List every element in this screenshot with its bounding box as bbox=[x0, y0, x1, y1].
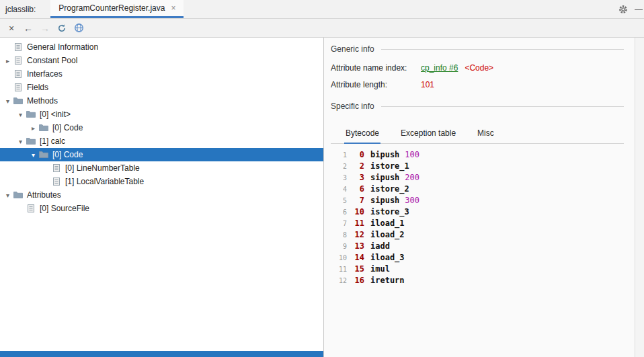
open-in-browser-button[interactable] bbox=[71, 21, 86, 36]
refresh-button[interactable] bbox=[54, 21, 69, 36]
tree-item[interactable]: [1] LocalVariableTable bbox=[0, 175, 323, 188]
toolbar: × ← → bbox=[0, 19, 644, 38]
tab-program-counter-register[interactable]: ProgramCounterRegister.java × bbox=[50, 0, 184, 18]
bytecode-offset: 11 bbox=[347, 218, 364, 229]
bytecode-mnemonic: istore_2 bbox=[370, 184, 409, 195]
tree-item-label: [0] Code bbox=[52, 150, 87, 159]
folder-icon bbox=[26, 109, 36, 120]
tree-item-label: Methods bbox=[27, 96, 62, 106]
tree-item[interactable]: [0] LineNumberTable bbox=[0, 161, 323, 175]
tab-bar-right: — bbox=[618, 0, 644, 18]
bytecode-offset: 16 bbox=[347, 275, 364, 286]
close-button[interactable]: × bbox=[4, 21, 19, 36]
bytecode-mnemonic: sipush bbox=[370, 172, 399, 184]
bytecode-row[interactable]: 1014iload_3 bbox=[331, 252, 624, 264]
tree-item[interactable]: Fields bbox=[0, 81, 323, 94]
tree-item[interactable]: ▾Methods bbox=[0, 94, 323, 108]
tree-item-label: Interfaces bbox=[27, 69, 67, 79]
bytecode-row[interactable]: 1115imul bbox=[331, 264, 624, 275]
back-button[interactable]: ← bbox=[21, 21, 36, 36]
tab-bytecode[interactable]: Bytecode bbox=[344, 126, 380, 144]
bytecode-row[interactable]: 812iload_2 bbox=[331, 229, 624, 241]
chevron-down-icon[interactable]: ▾ bbox=[15, 138, 26, 145]
bytecode-line-number: 12 bbox=[331, 275, 347, 286]
bytecode-mnemonic: istore_1 bbox=[370, 161, 409, 172]
node-icon bbox=[51, 176, 62, 187]
chevron-down-icon[interactable]: ▾ bbox=[15, 111, 26, 118]
attribute-name-index-row: Attribute name index: cp_info #6 <Code> bbox=[331, 63, 624, 73]
tree-item[interactable]: ▸[0] Code bbox=[0, 121, 323, 134]
bytecode-line-number: 7 bbox=[331, 218, 347, 229]
folder-icon bbox=[38, 149, 49, 160]
folder-icon bbox=[26, 136, 36, 147]
horizontal-scrollbar[interactable] bbox=[0, 351, 323, 357]
chevron-down-icon[interactable]: ▾ bbox=[3, 97, 13, 105]
node-icon bbox=[13, 82, 24, 93]
tree-item[interactable]: ▸Constant Pool bbox=[0, 54, 323, 67]
bytecode-offset: 10 bbox=[347, 206, 364, 218]
detail-panel: Generic info Attribute name index: cp_in… bbox=[324, 38, 644, 357]
tree-item[interactable]: ▾[0] Code bbox=[0, 148, 323, 161]
bytecode-offset: 12 bbox=[347, 229, 364, 241]
bytecode-line-number: 9 bbox=[331, 241, 347, 252]
bytecode-line-number: 4 bbox=[331, 184, 347, 195]
tree-item[interactable]: General Information bbox=[0, 40, 323, 54]
bytecode-mnemonic: imul bbox=[370, 264, 390, 275]
forward-button[interactable]: → bbox=[38, 21, 52, 36]
bytecode-row[interactable]: 711iload_1 bbox=[331, 218, 624, 229]
tab-misc[interactable]: Misc bbox=[476, 126, 495, 143]
bytecode-mnemonic: iadd bbox=[370, 241, 390, 252]
bytecode-line-number: 6 bbox=[331, 206, 347, 218]
bytecode-row[interactable]: 46istore_2 bbox=[331, 184, 624, 195]
attribute-length-row: Attribute length: 101 bbox=[331, 80, 624, 89]
generic-info-title: Generic info bbox=[331, 44, 374, 54]
chevron-down-icon[interactable]: ▾ bbox=[3, 192, 13, 199]
tree-item-label: Fields bbox=[27, 83, 52, 92]
tree-item-label: Constant Pool bbox=[27, 56, 81, 65]
bytecode-row[interactable]: 913iadd bbox=[331, 241, 624, 252]
gear-icon[interactable] bbox=[618, 5, 628, 14]
node-icon bbox=[13, 69, 24, 79]
bytecode-line-number: 10 bbox=[331, 252, 347, 264]
bytecode-offset: 6 bbox=[347, 184, 364, 195]
bytecode-row[interactable]: 33sipush200 bbox=[331, 172, 624, 184]
folder-icon bbox=[13, 190, 24, 200]
structure-panel: General Information▸Constant PoolInterfa… bbox=[0, 38, 323, 357]
chevron-down-icon[interactable]: ▾ bbox=[28, 151, 38, 159]
bytecode-offset: 2 bbox=[347, 161, 364, 172]
bytecode-mnemonic: bipush bbox=[370, 149, 399, 161]
tree-item[interactable]: ▾Attributes bbox=[0, 188, 323, 202]
bytecode-offset: 7 bbox=[347, 195, 364, 206]
node-icon bbox=[13, 42, 24, 52]
tab-close-icon[interactable]: × bbox=[171, 4, 175, 12]
bytecode-mnemonic: iload_2 bbox=[370, 229, 405, 241]
specific-info-header: Specific info bbox=[331, 102, 624, 111]
tree-item-label: [1] calc bbox=[40, 136, 69, 146]
bytecode-row[interactable]: 1216ireturn bbox=[331, 275, 624, 286]
tree-item[interactable]: Interfaces bbox=[0, 67, 323, 81]
tree-item[interactable]: ▾[1] calc bbox=[0, 134, 323, 148]
folder-icon bbox=[38, 122, 49, 133]
bytecode-row[interactable]: 22istore_1 bbox=[331, 161, 624, 172]
bytecode-offset: 15 bbox=[347, 264, 364, 275]
chevron-right-icon[interactable]: ▸ bbox=[3, 57, 13, 65]
attribute-length-value: 101 bbox=[421, 80, 434, 89]
bytecode-row[interactable]: 610istore_3 bbox=[331, 206, 624, 218]
bytecode-row[interactable]: 10bipush100 bbox=[331, 149, 624, 161]
tree-item[interactable]: ▾[0] <init> bbox=[0, 108, 323, 121]
bytecode-operand: 100 bbox=[405, 149, 419, 161]
tree-item-label: [1] LocalVariableTable bbox=[65, 177, 148, 186]
generic-info-header: Generic info bbox=[331, 44, 624, 54]
tree-item-label: Attributes bbox=[27, 190, 65, 200]
tab-exception-table[interactable]: Exception table bbox=[399, 126, 457, 143]
tree-item[interactable]: [0] SourceFile bbox=[0, 202, 323, 215]
main-content: General Information▸Constant PoolInterfa… bbox=[0, 38, 644, 357]
minimize-button[interactable]: — bbox=[635, 4, 643, 14]
attribute-length-label: Attribute length: bbox=[331, 80, 421, 89]
constant-pool-link[interactable]: cp_info #6 bbox=[421, 63, 458, 73]
bytecode-row[interactable]: 57sipush300 bbox=[331, 195, 624, 206]
jclasslib-window: jclasslib: ProgramCounterRegister.java ×… bbox=[0, 0, 644, 357]
attribute-type: <Code> bbox=[465, 63, 493, 73]
vertical-scrollbar[interactable] bbox=[635, 38, 644, 357]
chevron-right-icon[interactable]: ▸ bbox=[28, 124, 38, 132]
